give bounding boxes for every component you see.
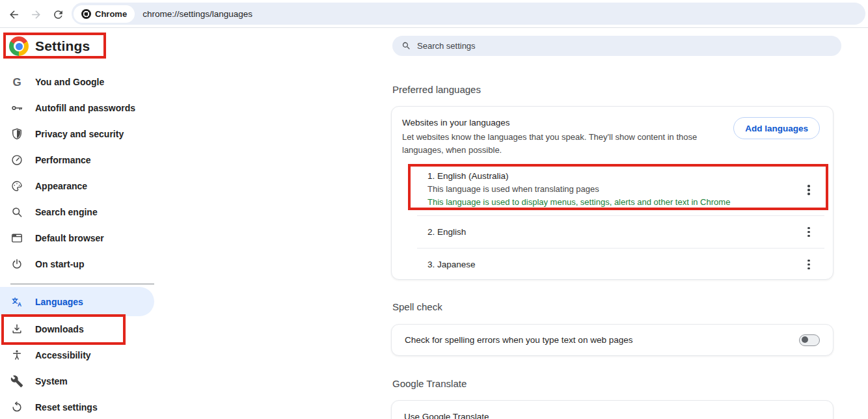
site-chip-label: Chrome — [95, 9, 127, 19]
spell-check-heading: Spell check — [392, 301, 442, 312]
search-icon — [401, 41, 411, 51]
translate-note: This language is used when translating p… — [427, 183, 794, 196]
back-arrow-icon — [8, 8, 20, 21]
sidebar-item-autofill[interactable]: Autofill and passwords — [0, 95, 161, 121]
sidebar-nav: G You and Google Autofill and passwords … — [0, 69, 161, 419]
language-name: 1. English (Australia) — [427, 170, 794, 183]
chrome-logo-icon — [9, 36, 29, 56]
spell-check-toggle[interactable] — [799, 334, 820, 346]
sidebar-item-default-browser[interactable]: Default browser — [0, 225, 161, 251]
sidebar-item-you-and-google[interactable]: G You and Google — [0, 69, 161, 95]
settings-sidebar: Settings G You and Google Autofill and p… — [0, 29, 161, 419]
language-row-japanese: 3. Japanese — [392, 249, 833, 280]
svg-text:A: A — [18, 301, 21, 308]
wrench-icon — [10, 375, 23, 388]
language-row-english-australia: 1. English (Australia) This language is … — [392, 165, 833, 215]
more-actions-button[interactable] — [803, 225, 815, 239]
sidebar-item-system[interactable]: System — [0, 368, 161, 394]
palette-icon — [10, 180, 23, 193]
spell-check-label: Check for spelling errors when you type … — [405, 335, 632, 345]
card-title: Websites in your languages — [402, 116, 716, 129]
forward-button[interactable] — [27, 6, 44, 23]
sidebar-item-privacy[interactable]: Privacy and security — [0, 121, 161, 147]
language-row-english: 2. English — [392, 216, 833, 248]
more-actions-button[interactable] — [803, 258, 815, 272]
sidebar-item-reset-settings[interactable]: Reset settings — [0, 394, 161, 419]
address-bar[interactable]: Chrome chrome://settings/languages — [72, 3, 865, 25]
download-icon — [10, 323, 23, 336]
sidebar-item-languages[interactable]: A Languages — [0, 287, 154, 316]
speedometer-icon — [10, 154, 23, 167]
browser-window-icon — [10, 232, 23, 245]
add-languages-button[interactable]: Add languages — [733, 117, 820, 139]
search-input[interactable] — [417, 41, 781, 51]
sidebar-item-on-startup[interactable]: On start-up — [0, 251, 161, 277]
search-settings-bar[interactable] — [392, 36, 841, 56]
language-name: 3. Japanese — [427, 258, 476, 271]
sidebar-item-search-engine[interactable]: Search engine — [0, 199, 161, 225]
reload-button[interactable] — [49, 6, 66, 23]
card-description: Let websites know the languages that you… — [402, 131, 714, 157]
chrome-mono-icon — [81, 9, 91, 19]
power-icon — [10, 258, 23, 271]
reload-icon — [52, 8, 64, 21]
magnifier-icon — [10, 206, 23, 219]
more-actions-button[interactable] — [803, 183, 815, 197]
sidebar-item-performance[interactable]: Performance — [0, 147, 161, 173]
google-translate-card: Use Google Translate — [391, 400, 834, 419]
accessibility-icon — [10, 349, 23, 362]
url-text: chrome://settings/languages — [142, 9, 252, 19]
page-title: Settings — [35, 38, 90, 54]
sidebar-divider — [10, 284, 154, 284]
spell-check-card: Check for spelling errors when you type … — [391, 324, 834, 356]
sidebar-item-appearance[interactable]: Appearance — [0, 173, 161, 199]
key-icon — [10, 101, 23, 115]
back-button[interactable] — [5, 6, 22, 23]
preferred-languages-heading: Preferred languages — [392, 84, 481, 95]
sidebar-item-downloads[interactable]: Downloads — [0, 316, 161, 342]
browser-toolbar: Chrome chrome://settings/languages — [0, 0, 868, 28]
preferred-languages-card: Websites in your languages Let websites … — [391, 106, 834, 280]
settings-header: Settings — [9, 36, 90, 56]
shield-icon — [10, 128, 23, 141]
forward-arrow-icon — [30, 8, 42, 21]
reset-icon — [10, 401, 23, 414]
use-google-translate-label: Use Google Translate — [404, 412, 489, 419]
websites-in-your-languages: Websites in your languages Let websites … — [392, 107, 833, 157]
google-translate-heading: Google Translate — [392, 378, 467, 389]
site-chip[interactable]: Chrome — [74, 5, 135, 23]
language-name: 2. English — [427, 226, 466, 239]
sidebar-item-accessibility[interactable]: Accessibility — [0, 342, 161, 368]
language-list: 1. English (Australia) This language is … — [392, 165, 833, 280]
translate-icon: A — [10, 295, 23, 308]
google-g-icon: G — [10, 75, 23, 88]
ui-language-note: This language is used to display menus, … — [427, 196, 794, 209]
